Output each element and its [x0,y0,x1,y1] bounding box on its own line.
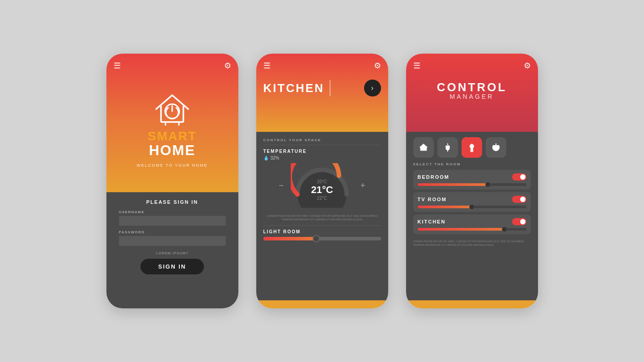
control-description: LOREM IPSUM DOLOR SIT AMET, CONSECTETUR … [413,240,531,247]
control-text: CONTROL [413,81,531,93]
house-icon [152,92,192,127]
kitchen-header: KITCHEN › [263,80,381,97]
drop-icon: 💧 [263,156,269,160]
separator2 [263,225,381,226]
phone3: ☰ ⚙ CONTROL MANAGER [406,54,538,308]
phone3-topbar: ☰ ⚙ [413,61,531,71]
bedroom-toggle[interactable] [512,173,526,181]
hamburger-icon[interactable]: ☰ [114,61,121,71]
select-room-label: SELECT THE ROOM [413,162,531,166]
password-input[interactable] [119,236,226,246]
humidity-row: 💧 32% [263,156,381,160]
home-text: HOME [148,143,197,158]
light-slider-fill [263,237,316,240]
bulb-icon [467,143,477,152]
tvroom-card: TV ROOM [413,192,531,212]
next-arrow-icon: › [371,84,373,92]
power-icon [491,143,501,152]
gauge-container: − [263,163,381,208]
username-label: USERNAME [119,210,145,214]
phone2-bottom: CONTROL YOUR SPACE TEMPERATURE 💧 32% − [256,132,388,300]
kitchen-slider-fill [418,228,504,231]
kitchen-slider-track[interactable] [418,228,526,231]
phone1-topbar: ☰ ⚙ [114,61,231,71]
kitchen-name: KITCHEN [418,219,446,224]
gear-icon[interactable]: ⚙ [224,61,231,71]
temperature-section: TEMPERATURE 💧 32% − [263,149,381,210]
temperature-title: TEMPERATURE [263,149,381,154]
phone2: ☰ ⚙ KITCHEN › CONTROL YOUR SPACE TEMPERA… [256,54,388,308]
bulb-icon-btn[interactable] [462,137,482,158]
tvroom-slider-fill [418,206,472,208]
phone2-gradient: ☰ ⚙ KITCHEN › [256,54,388,132]
separator1 [263,145,381,145]
password-label: PASSWORD [119,230,145,234]
bedroom-header: BEDROOM [418,173,526,181]
tvroom-header: TV ROOM [418,196,526,203]
home-icon-btn[interactable] [413,137,434,158]
kitchen-card: KITCHEN [413,215,531,234]
kitchen-slider-thumb[interactable] [502,227,507,232]
gauge-wrapper: 20°C 21°C 22°C [291,163,353,208]
phone1: ☰ ⚙ SMART HOME WE [106,54,238,308]
sign-in-button[interactable]: SIGN IN [140,259,204,274]
smart-text: SMART [148,130,197,143]
tvroom-slider-track[interactable] [418,206,526,208]
gear-icon-2[interactable]: ⚙ [374,61,381,71]
lorem-text: LOREM IPSUM? [156,251,188,255]
plug-icon [443,143,453,152]
orange-bar [256,300,388,308]
light-room-title: LIGHT ROOM [263,229,381,234]
light-slider-thumb[interactable] [313,235,320,242]
control-manager-title: CONTROL MANAGER [413,81,531,100]
phone1-gradient: ☰ ⚙ SMART HOME WE [106,54,238,192]
bedroom-slider-fill [418,183,488,186]
phone1-bottom: PLEASE SIGN IN USERNAME PASSWORD LOREM I… [106,192,238,308]
svg-point-11 [470,144,474,148]
hamburger-icon-2[interactable]: ☰ [263,61,271,71]
kitchen-title: KITCHEN [263,81,325,95]
sign-in-title: PLEASE SIGN IN [146,199,198,205]
hamburger-icon-3[interactable]: ☰ [413,61,420,71]
gauge-center: 20°C 21°C 22°C [311,179,333,201]
bedroom-name: BEDROOM [418,174,449,180]
gear-icon-3[interactable]: ⚙ [524,61,531,71]
bedroom-card: BEDROOM [413,170,531,189]
temp-top: 20°C [311,179,333,184]
bedroom-slider-thumb[interactable] [485,182,491,187]
phone3-gradient: ☰ ⚙ CONTROL MANAGER [406,54,538,132]
temp-description: LOREM IPSUM DOLOR SIT AMET, CONSECTETUR … [263,214,381,222]
gauge-minus-button[interactable]: − [279,181,284,190]
next-button[interactable]: › [364,80,381,97]
light-room-section: LIGHT ROOM [263,225,381,240]
phone3-bottom: SELECT THE ROOM BEDROOM TV ROOM [406,132,538,300]
control-your-space-label: CONTROL YOUR SPACE [263,138,381,142]
kitchen-divider [330,80,330,96]
icon-row [413,137,531,158]
tvroom-slider-thumb[interactable] [469,204,475,210]
power-icon-btn[interactable] [486,137,506,158]
light-slider-track[interactable] [263,237,381,240]
tvroom-toggle[interactable] [512,196,526,203]
tvroom-name: TV ROOM [418,197,447,202]
temp-main: 21°C [311,184,333,196]
manager-text: MANAGER [413,93,531,100]
kitchen-header: KITCHEN [418,218,526,225]
home-icon-container: SMART HOME WELCOME TO YOUR HOME [114,74,231,185]
home-icon [419,143,428,152]
temp-bottom: 22°C [311,196,333,201]
humidity-value: 32% [271,156,280,160]
orange-bar-3 [406,300,538,308]
welcome-text: WELCOME TO YOUR HOME [136,163,208,168]
bedroom-slider-track[interactable] [418,183,526,186]
smart-home-title: SMART HOME [148,130,197,158]
plug-icon-btn[interactable] [437,137,458,158]
phone2-topbar: ☰ ⚙ [263,61,381,71]
username-input[interactable] [119,216,226,226]
kitchen-toggle[interactable] [512,218,526,225]
gauge-plus-button[interactable]: + [360,181,365,190]
